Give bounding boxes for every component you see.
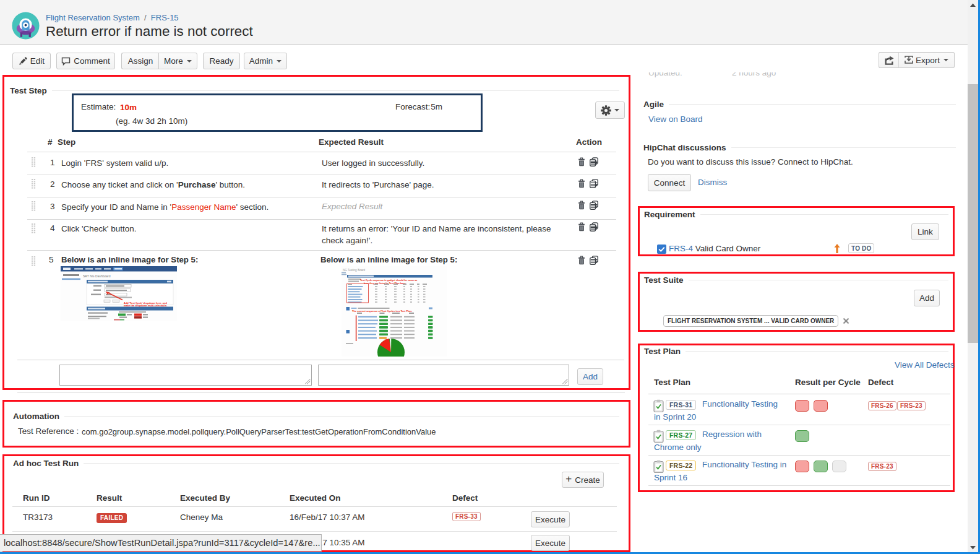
- svg-text:make the dropdown multi-select: make the dropdown multi-selectable.: [124, 304, 167, 307]
- svg-text:SRT NG Dashboard: SRT NG Dashboard: [83, 274, 111, 278]
- svg-text:NG Testing Board: NG Testing Board: [343, 269, 366, 272]
- svg-text:The correct sequence of Test C: The correct sequence of Test Cycles in a…: [352, 309, 412, 313]
